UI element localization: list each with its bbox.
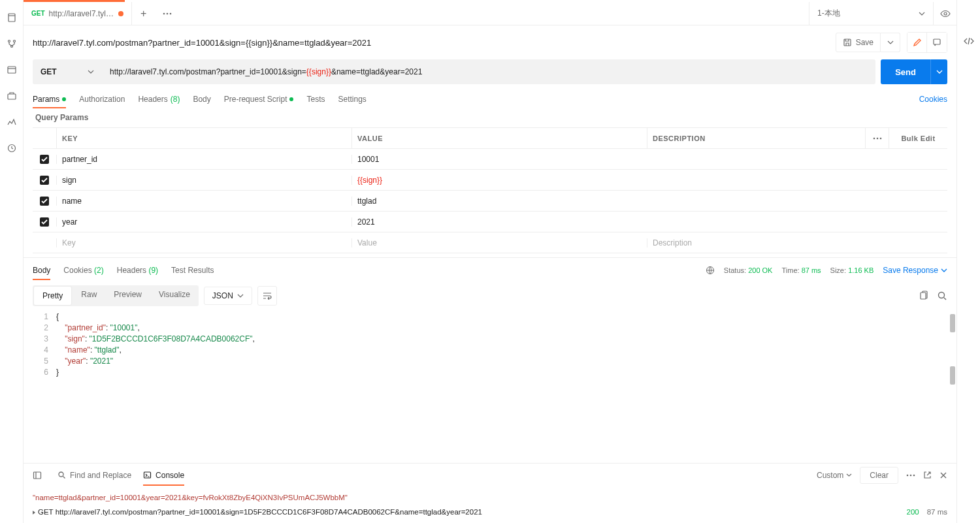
tab-body[interactable]: Body	[193, 91, 210, 108]
view-visualize[interactable]: Visualize	[150, 285, 199, 306]
tab-params[interactable]: Params	[33, 91, 66, 108]
history-icon[interactable]	[6, 142, 18, 154]
tab-tests[interactable]: Tests	[306, 91, 325, 108]
copy-button[interactable]	[919, 291, 929, 301]
save-response-button[interactable]: Save Response	[883, 266, 947, 275]
console-button[interactable]: Console	[143, 465, 184, 486]
console-more-button[interactable]	[906, 474, 915, 477]
resp-tab-cookies[interactable]: Cookies (2)	[63, 261, 103, 280]
time-block: Time: 87 ms	[781, 266, 821, 274]
eye-icon	[939, 8, 951, 20]
view-pretty[interactable]: Pretty	[34, 287, 71, 305]
table-row[interactable]: year2021	[33, 212, 947, 232]
svg-rect-17	[921, 293, 926, 299]
url-input[interactable]: http://laravel7.tyl.com/postman?partner_…	[102, 59, 875, 84]
apis-icon[interactable]	[6, 38, 18, 50]
popout-button[interactable]	[923, 471, 932, 479]
table-row[interactable]: namettglad	[33, 191, 947, 212]
send-button[interactable]: Send	[881, 59, 930, 84]
environments-icon[interactable]	[6, 64, 18, 76]
chevron-down-icon	[941, 268, 947, 272]
send-options-button[interactable]	[930, 59, 947, 84]
sidebar-toggle[interactable]	[33, 471, 46, 480]
view-preview[interactable]: Preview	[105, 285, 150, 306]
cookies-link[interactable]: Cookies	[919, 95, 947, 104]
copy-icon	[919, 291, 929, 301]
value-cell[interactable]: ttglad	[351, 197, 647, 206]
svg-point-23	[910, 474, 912, 476]
value-cell[interactable]: {{sign}}	[351, 176, 647, 185]
scrollbar-thumb[interactable]	[950, 366, 955, 385]
resp-tab-headers[interactable]: Headers (9)	[117, 261, 158, 280]
console-line[interactable]: GET http://laravel7.tyl.com/postman?part…	[33, 505, 947, 519]
save-button[interactable]: Save	[836, 33, 881, 52]
svg-point-8	[166, 12, 168, 14]
console-line[interactable]: "name=ttglad&partner_id=10001&year=2021&…	[33, 490, 947, 505]
chevron-down-icon	[936, 70, 943, 74]
tab-authorization[interactable]: Authorization	[79, 91, 125, 108]
svg-point-14	[876, 137, 878, 139]
key-cell[interactable]: partner_id	[56, 155, 351, 164]
tab-settings[interactable]: Settings	[338, 91, 367, 108]
wrap-icon	[262, 292, 272, 300]
value-cell[interactable]: 2021	[351, 217, 647, 227]
table-row[interactable]: partner_id10001	[33, 149, 947, 170]
environment-name: 1-本地	[817, 8, 840, 19]
tab-headers[interactable]: Headers (8)	[138, 91, 180, 108]
monitors-icon[interactable]	[6, 116, 18, 128]
close-console-button[interactable]	[939, 471, 947, 479]
value-cell[interactable]: 10001	[351, 155, 647, 164]
checkbox[interactable]	[40, 176, 49, 185]
bulk-edit-button[interactable]: Bulk Edit	[889, 128, 947, 148]
new-tab-button[interactable]: +	[132, 8, 155, 20]
key-cell[interactable]: sign	[56, 176, 351, 185]
key-input[interactable]: Key	[56, 238, 351, 247]
indicator-dot-icon	[62, 97, 66, 101]
comment-button[interactable]	[927, 33, 947, 52]
code-line: 4 "name": "ttglad",	[33, 345, 947, 356]
tab-options-button[interactable]	[155, 12, 179, 15]
value-input[interactable]: Value	[351, 238, 647, 247]
checkbox[interactable]	[40, 197, 49, 206]
format-select[interactable]: JSON	[204, 287, 252, 305]
method-select[interactable]: GET	[33, 59, 102, 84]
code-line: 1{	[33, 311, 947, 323]
edit-button[interactable]	[907, 33, 927, 52]
mock-icon[interactable]	[6, 90, 18, 102]
size-block: Size: 1.16 KB	[830, 266, 874, 274]
col-options-button[interactable]	[865, 128, 889, 148]
search-button[interactable]	[937, 291, 947, 301]
table-row[interactable]: sign{{sign}}	[33, 170, 947, 191]
save-options-button[interactable]	[881, 33, 900, 52]
globe-icon[interactable]	[706, 266, 715, 275]
key-cell[interactable]: year	[56, 217, 351, 227]
checkbox[interactable]	[40, 217, 49, 227]
chevron-down-icon	[237, 294, 244, 298]
clear-button[interactable]: Clear	[860, 467, 898, 484]
view-raw[interactable]: Raw	[73, 285, 105, 306]
svg-rect-0	[8, 14, 15, 22]
svg-rect-5	[8, 94, 16, 99]
svg-point-9	[169, 12, 171, 14]
code-panel-button[interactable]	[963, 35, 975, 47]
environment-select[interactable]: 1-本地	[809, 2, 933, 25]
collections-icon[interactable]	[6, 12, 18, 24]
svg-point-7	[163, 12, 165, 14]
response-body[interactable]: 1{2 "partner_id": "10001",3 "sign": "1D5…	[24, 311, 956, 463]
console-filter[interactable]: Custom	[817, 471, 852, 480]
checkbox[interactable]	[40, 155, 49, 164]
wrap-lines-button[interactable]	[257, 286, 277, 306]
scrollbar-thumb[interactable]	[950, 314, 955, 332]
resp-tab-body[interactable]: Body	[33, 261, 50, 280]
tab-prerequest[interactable]: Pre-request Script	[224, 91, 294, 108]
tab-title: http://laravel7.tyl.c...	[49, 9, 114, 18]
key-cell[interactable]: name	[56, 197, 351, 206]
description-input[interactable]: Description	[647, 238, 947, 247]
resp-tab-tests[interactable]: Test Results	[171, 261, 214, 280]
code-line: 3 "sign": "1D5F2BCCCD1C6F3F08D7A4CADB006…	[33, 334, 947, 345]
table-row-new[interactable]: Key Value Description	[33, 232, 947, 253]
save-icon	[843, 38, 852, 47]
environment-quick-look[interactable]	[933, 2, 956, 25]
find-replace-button[interactable]: Find and Replace	[57, 465, 131, 486]
request-tab[interactable]: GET http://laravel7.tyl.c...	[24, 2, 132, 25]
